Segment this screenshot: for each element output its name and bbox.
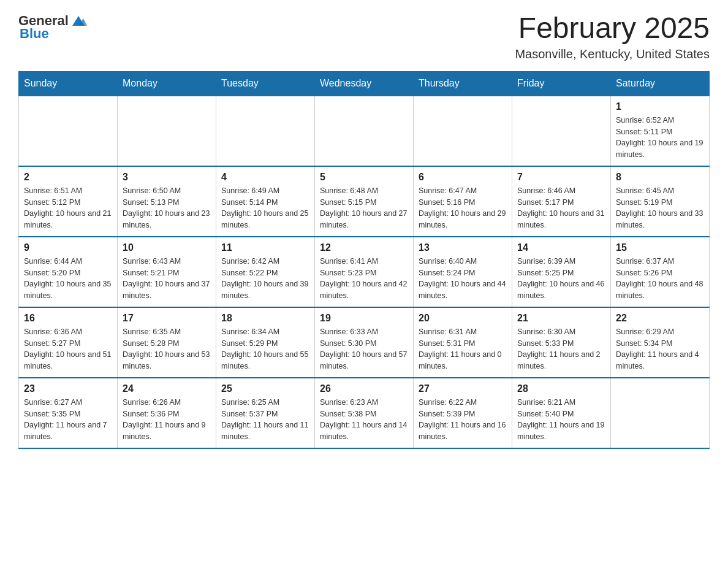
day-number: 8 (616, 172, 704, 183)
calendar-cell: 25Sunrise: 6:25 AM Sunset: 5:37 PM Dayli… (216, 378, 315, 448)
day-number: 4 (221, 172, 309, 183)
page-header: General Blue February 2025 Masonville, K… (18, 12, 710, 61)
day-info: Sunrise: 6:46 AM Sunset: 5:17 PM Dayligh… (517, 185, 605, 231)
calendar-cell: 27Sunrise: 6:22 AM Sunset: 5:39 PM Dayli… (414, 378, 512, 448)
calendar-table: Sunday Monday Tuesday Wednesday Thursday… (18, 71, 710, 449)
calendar-cell: 17Sunrise: 6:35 AM Sunset: 5:28 PM Dayli… (118, 307, 216, 378)
header-thursday: Thursday (414, 71, 512, 96)
calendar-cell: 13Sunrise: 6:40 AM Sunset: 5:24 PM Dayli… (414, 237, 512, 307)
day-number: 26 (320, 383, 408, 394)
day-info: Sunrise: 6:37 AM Sunset: 5:26 PM Dayligh… (616, 256, 704, 302)
day-number: 25 (221, 383, 309, 394)
day-number: 27 (419, 383, 507, 394)
day-info: Sunrise: 6:27 AM Sunset: 5:35 PM Dayligh… (24, 397, 112, 443)
day-info: Sunrise: 6:39 AM Sunset: 5:25 PM Dayligh… (517, 256, 605, 302)
day-number: 19 (320, 313, 408, 324)
calendar-cell: 8Sunrise: 6:45 AM Sunset: 5:19 PM Daylig… (611, 166, 710, 237)
day-info: Sunrise: 6:35 AM Sunset: 5:28 PM Dayligh… (123, 326, 211, 372)
month-title: February 2025 (515, 12, 710, 45)
calendar-cell: 23Sunrise: 6:27 AM Sunset: 5:35 PM Dayli… (19, 378, 118, 448)
calendar-cell: 5Sunrise: 6:48 AM Sunset: 5:15 PM Daylig… (315, 166, 414, 237)
header-sunday: Sunday (19, 71, 118, 96)
day-number: 16 (24, 313, 112, 324)
day-info: Sunrise: 6:26 AM Sunset: 5:36 PM Dayligh… (123, 397, 211, 443)
day-number: 5 (320, 172, 408, 183)
day-info: Sunrise: 6:23 AM Sunset: 5:38 PM Dayligh… (320, 397, 408, 443)
calendar-cell: 14Sunrise: 6:39 AM Sunset: 5:25 PM Dayli… (512, 237, 611, 307)
logo: General Blue (18, 12, 87, 42)
calendar-week-row: 1Sunrise: 6:52 AM Sunset: 5:11 PM Daylig… (19, 96, 710, 166)
calendar-cell (118, 96, 216, 166)
header-tuesday: Tuesday (216, 71, 315, 96)
day-info: Sunrise: 6:51 AM Sunset: 5:12 PM Dayligh… (24, 185, 112, 231)
calendar-cell: 1Sunrise: 6:52 AM Sunset: 5:11 PM Daylig… (611, 96, 710, 166)
calendar-cell: 22Sunrise: 6:29 AM Sunset: 5:34 PM Dayli… (611, 307, 710, 378)
calendar-cell: 2Sunrise: 6:51 AM Sunset: 5:12 PM Daylig… (19, 166, 118, 237)
calendar-cell: 18Sunrise: 6:34 AM Sunset: 5:29 PM Dayli… (216, 307, 315, 378)
calendar-cell (512, 96, 611, 166)
logo-blue-text: Blue (20, 26, 49, 42)
calendar-cell: 21Sunrise: 6:30 AM Sunset: 5:33 PM Dayli… (512, 307, 611, 378)
day-info: Sunrise: 6:40 AM Sunset: 5:24 PM Dayligh… (419, 256, 507, 302)
day-number: 12 (320, 242, 408, 253)
day-info: Sunrise: 6:52 AM Sunset: 5:11 PM Dayligh… (616, 115, 704, 161)
day-info: Sunrise: 6:25 AM Sunset: 5:37 PM Dayligh… (221, 397, 309, 443)
calendar-cell (611, 378, 710, 448)
header-wednesday: Wednesday (315, 71, 414, 96)
day-info: Sunrise: 6:48 AM Sunset: 5:15 PM Dayligh… (320, 185, 408, 231)
calendar-cell (19, 96, 118, 166)
day-number: 7 (517, 172, 605, 183)
day-info: Sunrise: 6:33 AM Sunset: 5:30 PM Dayligh… (320, 326, 408, 372)
day-number: 13 (419, 242, 507, 253)
calendar-cell: 3Sunrise: 6:50 AM Sunset: 5:13 PM Daylig… (118, 166, 216, 237)
calendar-cell: 4Sunrise: 6:49 AM Sunset: 5:14 PM Daylig… (216, 166, 315, 237)
day-number: 17 (123, 313, 211, 324)
day-number: 2 (24, 172, 112, 183)
title-block: February 2025 Masonville, Kentucky, Unit… (515, 12, 710, 61)
calendar-cell (216, 96, 315, 166)
day-number: 9 (24, 242, 112, 253)
day-number: 22 (616, 313, 704, 324)
calendar-cell: 19Sunrise: 6:33 AM Sunset: 5:30 PM Dayli… (315, 307, 414, 378)
calendar-cell: 20Sunrise: 6:31 AM Sunset: 5:31 PM Dayli… (414, 307, 512, 378)
day-info: Sunrise: 6:36 AM Sunset: 5:27 PM Dayligh… (24, 326, 112, 372)
calendar-cell (414, 96, 512, 166)
day-info: Sunrise: 6:50 AM Sunset: 5:13 PM Dayligh… (123, 185, 211, 231)
day-info: Sunrise: 6:45 AM Sunset: 5:19 PM Dayligh… (616, 185, 704, 231)
calendar-cell: 12Sunrise: 6:41 AM Sunset: 5:23 PM Dayli… (315, 237, 414, 307)
day-number: 20 (419, 313, 507, 324)
day-info: Sunrise: 6:21 AM Sunset: 5:40 PM Dayligh… (517, 397, 605, 443)
day-info: Sunrise: 6:47 AM Sunset: 5:16 PM Dayligh… (419, 185, 507, 231)
logo-icon (70, 12, 87, 29)
day-number: 18 (221, 313, 309, 324)
calendar-cell: 15Sunrise: 6:37 AM Sunset: 5:26 PM Dayli… (611, 237, 710, 307)
header-saturday: Saturday (611, 71, 710, 96)
day-number: 3 (123, 172, 211, 183)
calendar-cell (315, 96, 414, 166)
day-number: 15 (616, 242, 704, 253)
day-number: 6 (419, 172, 507, 183)
calendar-cell: 10Sunrise: 6:43 AM Sunset: 5:21 PM Dayli… (118, 237, 216, 307)
day-number: 1 (616, 101, 704, 112)
day-info: Sunrise: 6:22 AM Sunset: 5:39 PM Dayligh… (419, 397, 507, 443)
calendar-week-row: 2Sunrise: 6:51 AM Sunset: 5:12 PM Daylig… (19, 166, 710, 237)
day-info: Sunrise: 6:44 AM Sunset: 5:20 PM Dayligh… (24, 256, 112, 302)
calendar-week-row: 16Sunrise: 6:36 AM Sunset: 5:27 PM Dayli… (19, 307, 710, 378)
day-number: 24 (123, 383, 211, 394)
header-monday: Monday (118, 71, 216, 96)
day-number: 11 (221, 242, 309, 253)
calendar-cell: 7Sunrise: 6:46 AM Sunset: 5:17 PM Daylig… (512, 166, 611, 237)
day-info: Sunrise: 6:30 AM Sunset: 5:33 PM Dayligh… (517, 326, 605, 372)
day-number: 23 (24, 383, 112, 394)
calendar-cell: 16Sunrise: 6:36 AM Sunset: 5:27 PM Dayli… (19, 307, 118, 378)
day-number: 10 (123, 242, 211, 253)
calendar-cell: 26Sunrise: 6:23 AM Sunset: 5:38 PM Dayli… (315, 378, 414, 448)
day-info: Sunrise: 6:31 AM Sunset: 5:31 PM Dayligh… (419, 326, 507, 372)
day-number: 28 (517, 383, 605, 394)
day-info: Sunrise: 6:42 AM Sunset: 5:22 PM Dayligh… (221, 256, 309, 302)
calendar-cell: 24Sunrise: 6:26 AM Sunset: 5:36 PM Dayli… (118, 378, 216, 448)
day-info: Sunrise: 6:41 AM Sunset: 5:23 PM Dayligh… (320, 256, 408, 302)
calendar-week-row: 23Sunrise: 6:27 AM Sunset: 5:35 PM Dayli… (19, 378, 710, 448)
calendar-week-row: 9Sunrise: 6:44 AM Sunset: 5:20 PM Daylig… (19, 237, 710, 307)
location-label: Masonville, Kentucky, United States (515, 47, 710, 61)
